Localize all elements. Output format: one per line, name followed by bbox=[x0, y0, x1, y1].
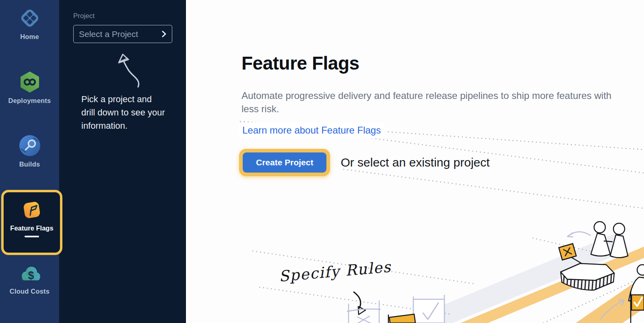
feature-flags-icon bbox=[21, 199, 43, 221]
module-sidebar: Home Deployments Builds bbox=[0, 0, 59, 323]
project-selector-value: Select a Project bbox=[79, 29, 138, 39]
sidebar-item-deployments[interactable]: Deployments bbox=[0, 71, 59, 105]
project-label: Project bbox=[73, 12, 95, 20]
illustration-caption: Specify Rules bbox=[278, 258, 392, 285]
project-selector[interactable]: Select a Project bbox=[73, 25, 172, 43]
active-item-underline bbox=[25, 236, 39, 237]
page-title: Feature Flags bbox=[242, 52, 359, 74]
sketch-arrow-icon bbox=[110, 51, 144, 90]
sidebar-item-home[interactable]: Home bbox=[0, 7, 59, 41]
sidebar-item-builds[interactable]: Builds bbox=[0, 134, 59, 168]
svg-text:$: $ bbox=[28, 270, 34, 282]
sidebar-item-label: Feature Flags bbox=[4, 224, 60, 232]
cta-row: Create Project Or select an existing pro… bbox=[239, 149, 490, 176]
sidebar-item-label: Cloud Costs bbox=[0, 288, 59, 295]
deployments-icon bbox=[19, 71, 41, 93]
sidebar-item-label: Home bbox=[0, 33, 59, 41]
chevron-right-icon bbox=[161, 30, 167, 38]
learn-more-link[interactable]: Learn more about Feature Flags bbox=[242, 125, 381, 136]
page-description: Automate progressive delivery and featur… bbox=[242, 89, 618, 115]
sidebar-item-label: Builds bbox=[0, 160, 59, 168]
project-hint-text: Pick a project and drill down to see you… bbox=[81, 93, 167, 132]
main-content: Specify Rules Feature Flags Automate pro… bbox=[186, 0, 644, 323]
learn-more-pill: Learn more about Feature Flags bbox=[238, 122, 385, 138]
home-icon bbox=[19, 7, 41, 29]
cloud-costs-icon: $ bbox=[19, 261, 41, 284]
sidebar-item-feature-flags[interactable]: Feature Flags bbox=[1, 190, 62, 255]
sidebar-item-cloud-costs[interactable]: $ Cloud Costs bbox=[0, 261, 59, 295]
create-project-button[interactable]: Create Project bbox=[243, 152, 326, 173]
project-panel: Project Select a Project Pick a project … bbox=[59, 0, 186, 323]
builds-icon bbox=[19, 134, 41, 157]
create-project-highlight-ring: Create Project bbox=[239, 149, 330, 176]
sidebar-item-label: Deployments bbox=[0, 97, 59, 105]
or-select-text: Or select an existing project bbox=[341, 156, 489, 169]
